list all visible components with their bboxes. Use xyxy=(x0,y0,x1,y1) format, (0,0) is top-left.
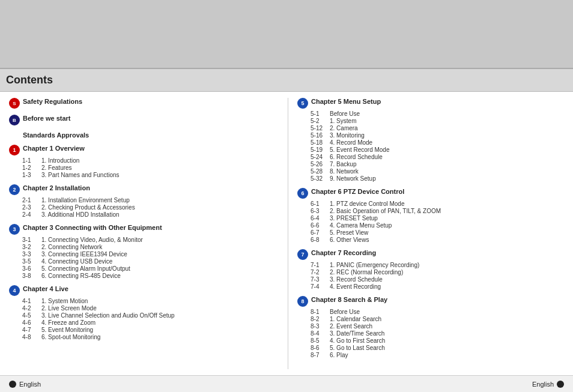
list-item: 3-3 3. Connecting IEEE1394 Device xyxy=(22,251,276,258)
item-text: 1. Calendar Search xyxy=(330,316,381,322)
list-item: 1-2 2. Features xyxy=(22,164,276,171)
page-num: 5-18 xyxy=(311,139,330,146)
item-text: 6. Record Schedule xyxy=(330,154,383,160)
chapter4-block: 4 Chapter 4 Live 4-1 1. System Motion 4-… xyxy=(9,285,276,340)
item-text: 2. Event Search xyxy=(330,323,372,330)
list-item: 8-3 2. Event Search xyxy=(311,323,564,330)
page-num: 3-1 xyxy=(22,237,41,243)
page-num: 7-4 xyxy=(311,283,330,290)
list-item: 4-7 5. Event Monitoring xyxy=(22,327,276,333)
page-num: 4-7 xyxy=(22,327,41,333)
page-num: 6-8 xyxy=(311,237,330,243)
list-item: 6-7 5. Preset View xyxy=(311,229,564,236)
page-num: 3-8 xyxy=(22,273,41,279)
item-text: 2. Checking Product & Accessories xyxy=(41,204,135,211)
ch3-badge: 3 xyxy=(9,224,20,235)
item-text: 2. Camera xyxy=(330,125,358,131)
page-num: 1-1 xyxy=(22,157,41,164)
item-text: 3. Date/Time Search xyxy=(330,330,384,337)
list-item: 5-16 3. Monitoring xyxy=(311,132,564,139)
ch8-items: 8-1 Before Use 8-2 1. Calendar Search 8-… xyxy=(311,309,564,358)
list-item: 1-1 1. Introduction xyxy=(22,157,276,164)
list-item: 5-32 9. Network Setup xyxy=(311,175,564,182)
footer-left: English xyxy=(9,381,41,388)
item-text: 8. Network xyxy=(330,168,359,175)
list-item: 5-2 1. System xyxy=(311,118,564,124)
safety-title: Safety Regulations xyxy=(23,98,82,105)
page-num: 6-4 xyxy=(311,215,330,222)
ch4-badge: 4 xyxy=(9,285,20,296)
ch6-items: 6-1 1. PTZ device Control Mode 6-3 2. Ba… xyxy=(311,201,564,243)
chapter6-block: 6 Chapter 6 PTZ Device Control 6-1 1. PT… xyxy=(297,188,564,243)
item-text: 2. REC (Normal Recording) xyxy=(330,269,403,276)
item-text: Before Use xyxy=(330,110,360,117)
list-item: 7-3 3. Record Schedule xyxy=(311,276,564,283)
chapter7-block: 7 Chapter 7 Recording 7-1 1. PANIC (Emer… xyxy=(297,249,564,290)
item-text: 3. Monitoring xyxy=(330,132,365,139)
page-num: 5-19 xyxy=(311,146,330,153)
list-item: 5-1 Before Use xyxy=(311,110,564,117)
list-item: 5-19 5. Event Record Mode xyxy=(311,146,564,153)
page-num: 1-3 xyxy=(22,172,41,178)
list-item: 4-8 6. Spot-out Monitoring xyxy=(22,334,276,340)
item-text: 4. Connecting USB Device xyxy=(41,258,112,265)
ch5-title: Chapter 5 Menu Setup xyxy=(311,98,381,105)
list-item: 7-1 1. PANIC (Emergency Recording) xyxy=(311,262,564,268)
ch6-title: Chapter 6 PTZ Device Control xyxy=(311,188,404,195)
list-item: 6-6 4. Camera Menu Setup xyxy=(311,222,564,229)
item-text: 4. Go to First Search xyxy=(330,337,385,344)
chapter1-block: 1 Chapter 1 Overview 1-1 1. Introduction… xyxy=(9,145,276,178)
chapter2-block: 2 Chapter 2 Installation 2-1 1. Installa… xyxy=(9,184,276,218)
page-num: 5-28 xyxy=(311,168,330,175)
list-item: 6-1 1. PTZ device Control Mode xyxy=(311,201,564,207)
ch1-items: 1-1 1. Introduction 1-2 2. Features 1-3 … xyxy=(22,157,276,178)
main-content: S Safety Regulations B Before we start S… xyxy=(0,92,573,375)
page-num: 8-6 xyxy=(311,345,330,351)
list-item: 8-6 5. Go to Last Search xyxy=(311,345,564,351)
ch4-title: Chapter 4 Live xyxy=(23,285,68,292)
page-num: 5-26 xyxy=(311,161,330,167)
item-text: 2. Basic Operation of PAN, TILT, & ZOOM xyxy=(330,208,441,214)
item-text: 9. Network Setup xyxy=(330,175,376,182)
list-item: 3-2 2. Connecting Network xyxy=(22,244,276,250)
item-text: 5. Go to Last Search xyxy=(330,345,385,351)
item-text: 1. System Motion xyxy=(41,298,88,304)
standards-title: Standards Approvals xyxy=(23,131,89,139)
item-text: 3. Live Channel Selection and Audio On/O… xyxy=(41,312,175,319)
list-item: 8-5 4. Go to First Search xyxy=(311,337,564,344)
item-text: 5. Event Monitoring xyxy=(41,327,93,333)
page-num: 7-3 xyxy=(311,276,330,283)
list-item: 5-12 2. Camera xyxy=(311,125,564,131)
list-item: 5-24 6. Record Schedule xyxy=(311,154,564,160)
item-text: 6. Spot-out Monitoring xyxy=(41,334,100,340)
item-text: 6. Connecting RS-485 Device xyxy=(41,273,121,279)
item-text: 4. Record Mode xyxy=(330,139,372,146)
item-text: 2. Live Screen Mode xyxy=(41,305,97,312)
page-num: 3-2 xyxy=(22,244,41,250)
footer: English English xyxy=(0,375,573,392)
list-item: 5-18 4. Record Mode xyxy=(311,139,564,146)
page-num: 6-7 xyxy=(311,229,330,236)
footer-right-dot xyxy=(557,381,564,388)
item-text: 5. Event Record Mode xyxy=(330,146,390,153)
ch2-title: Chapter 2 Installation xyxy=(23,184,90,191)
item-text: 4. Event Recording xyxy=(330,283,381,290)
ch8-title: Chapter 8 Search & Play xyxy=(311,296,387,303)
ch1-badge: 1 xyxy=(9,145,20,155)
list-item: 4-2 2. Live Screen Mode xyxy=(22,305,276,312)
item-text: 6. Other Views xyxy=(330,237,369,243)
list-item: 8-4 3. Date/Time Search xyxy=(311,330,564,337)
left-column: S Safety Regulations B Before we start S… xyxy=(9,98,282,369)
ch3-items: 3-1 1. Connecting Video, Audio, & Monito… xyxy=(22,237,276,279)
item-text: 1. PTZ device Control Mode xyxy=(330,201,405,207)
item-text: 5. Preset View xyxy=(330,229,368,236)
list-item: 4-5 3. Live Channel Selection and Audio … xyxy=(22,312,276,319)
ch6-badge: 6 xyxy=(297,188,308,199)
item-text: 1. System xyxy=(330,118,356,124)
footer-left-text: English xyxy=(19,381,41,388)
list-item: 6-8 6. Other Views xyxy=(311,237,564,243)
page-num: 8-7 xyxy=(311,352,330,358)
list-item: 2-3 2. Checking Product & Accessories xyxy=(22,204,276,211)
page-num: 1-2 xyxy=(22,164,41,171)
right-column: 5 Chapter 5 Menu Setup 5-1 Before Use 5-… xyxy=(288,98,564,369)
